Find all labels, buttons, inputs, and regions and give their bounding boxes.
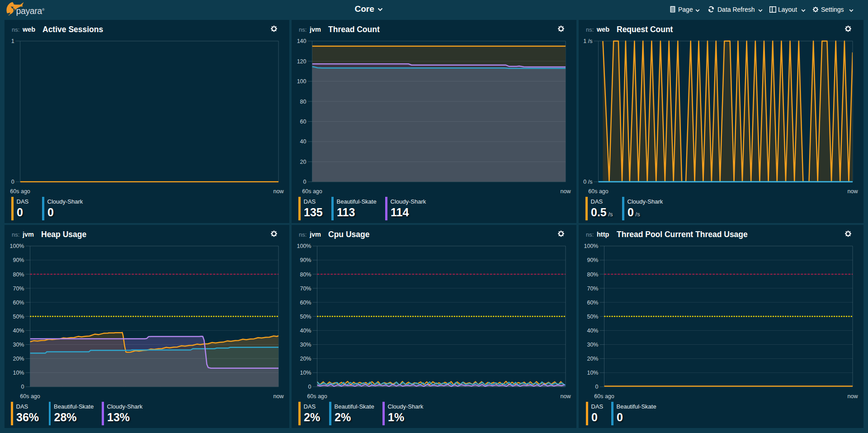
svg-text:now: now xyxy=(848,188,859,195)
svg-text:0: 0 xyxy=(303,179,307,185)
svg-text:40%: 40% xyxy=(587,328,598,334)
svg-text:60%: 60% xyxy=(587,300,598,306)
svg-text:10%: 10% xyxy=(587,370,598,376)
svg-text:20%: 20% xyxy=(587,356,598,362)
svg-text:120: 120 xyxy=(297,58,307,65)
svg-text:100%: 100% xyxy=(297,243,311,249)
svg-text:0: 0 xyxy=(308,384,311,390)
svg-text:100%: 100% xyxy=(10,243,24,249)
svg-text:60s ago: 60s ago xyxy=(594,393,614,400)
svg-text:80: 80 xyxy=(300,99,307,105)
svg-text:1: 1 xyxy=(11,38,14,44)
svg-text:40%: 40% xyxy=(300,328,311,334)
svg-text:70%: 70% xyxy=(300,285,311,292)
svg-text:70%: 70% xyxy=(13,285,24,292)
svg-text:80%: 80% xyxy=(587,271,598,278)
svg-text:80%: 80% xyxy=(13,271,24,278)
svg-text:0: 0 xyxy=(11,179,14,185)
svg-text:now: now xyxy=(561,188,571,195)
svg-text:60s ago: 60s ago xyxy=(20,393,40,400)
svg-text:now: now xyxy=(561,393,571,400)
svg-text:60%: 60% xyxy=(13,300,24,306)
svg-text:30%: 30% xyxy=(13,342,24,348)
svg-text:20%: 20% xyxy=(13,356,24,362)
svg-text:now: now xyxy=(848,393,859,400)
svg-text:90%: 90% xyxy=(587,257,598,263)
svg-text:90%: 90% xyxy=(13,257,24,263)
svg-text:60s ago: 60s ago xyxy=(588,188,609,195)
svg-text:100%: 100% xyxy=(584,243,599,249)
svg-text:10%: 10% xyxy=(300,370,311,376)
svg-text:60s ago: 60s ago xyxy=(307,393,327,400)
svg-text:0: 0 xyxy=(595,384,599,390)
svg-text:100: 100 xyxy=(297,78,307,85)
svg-text:70%: 70% xyxy=(587,285,598,292)
svg-text:1 /s: 1 /s xyxy=(583,38,592,44)
svg-text:60s ago: 60s ago xyxy=(302,188,322,195)
svg-text:20%: 20% xyxy=(300,356,311,362)
svg-text:0: 0 xyxy=(21,384,24,390)
svg-text:now: now xyxy=(274,393,284,400)
svg-text:60s ago: 60s ago xyxy=(10,188,30,195)
svg-text:20: 20 xyxy=(300,159,307,165)
svg-text:30%: 30% xyxy=(587,342,598,348)
svg-text:60%: 60% xyxy=(300,300,311,306)
svg-text:10%: 10% xyxy=(13,370,24,376)
svg-text:60: 60 xyxy=(300,119,307,125)
svg-text:50%: 50% xyxy=(587,314,598,320)
svg-text:0 /s: 0 /s xyxy=(583,179,592,185)
svg-text:90%: 90% xyxy=(300,257,311,263)
svg-text:50%: 50% xyxy=(13,314,24,320)
svg-text:50%: 50% xyxy=(300,314,311,320)
svg-text:80%: 80% xyxy=(300,271,311,278)
svg-text:40: 40 xyxy=(300,138,307,145)
svg-text:now: now xyxy=(274,188,284,195)
svg-text:140: 140 xyxy=(297,38,307,44)
svg-text:30%: 30% xyxy=(300,342,311,348)
svg-text:40%: 40% xyxy=(13,328,24,334)
